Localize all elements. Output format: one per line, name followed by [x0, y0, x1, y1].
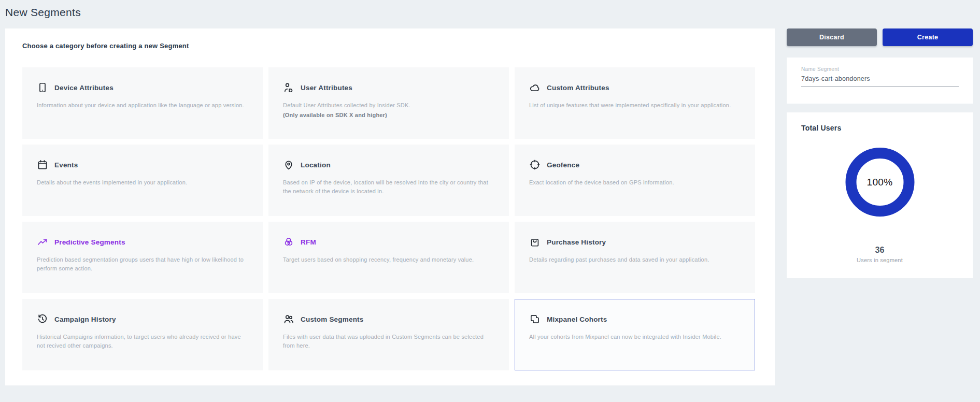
total-users-title: Total Users: [801, 124, 841, 132]
category-card-header: Location: [283, 159, 493, 171]
category-card-header: Device Attributes: [37, 81, 247, 94]
users-in-segment-caption: Users in segment: [787, 257, 973, 263]
category-description: Exact location of the device based on GP…: [529, 178, 739, 187]
category-title: Custom Attributes: [547, 84, 609, 92]
category-card-campaign-history[interactable]: Campaign History Historical Campaigns in…: [22, 299, 263, 370]
category-description-note: (Only available on SDK X and higher): [283, 111, 493, 120]
category-card-header: Purchase History: [529, 236, 739, 248]
category-title: RFM: [301, 238, 316, 246]
category-panel: Choose a category before creating a new …: [5, 28, 775, 385]
total-users-donut: 100%: [845, 148, 914, 217]
users-in-segment-count: 36: [787, 246, 973, 255]
category-description: Default User Attributes collected by Ins…: [283, 101, 493, 120]
category-title: Device Attributes: [54, 84, 113, 92]
calendar-icon: [37, 159, 48, 170]
category-title: Custom Segments: [301, 315, 364, 323]
category-card-header: Campaign History: [37, 313, 247, 325]
category-card-header: Predictive Segments: [37, 236, 247, 248]
category-description: Prediction based segmentation groups use…: [37, 255, 247, 273]
category-card-header: Custom Segments: [283, 313, 493, 325]
category-description: All your cohorts from Mixpanel can now b…: [529, 333, 739, 341]
page-title: New Segments: [5, 6, 81, 19]
category-card-custom-segments[interactable]: Custom Segments Files with user data tha…: [268, 299, 509, 370]
category-title: Location: [301, 161, 331, 169]
category-card-rfm[interactable]: RFM Target users based on shopping recen…: [268, 222, 509, 293]
category-description: List of unique features that were implem…: [529, 101, 739, 110]
map-pin-icon: [283, 159, 294, 170]
create-button[interactable]: Create: [883, 28, 973, 46]
transfer-icon: [529, 313, 541, 325]
venn-icon: [283, 236, 294, 248]
users-icon: [283, 313, 294, 325]
name-segment-card: Name Segment: [787, 58, 973, 104]
category-title: Purchase History: [547, 238, 606, 246]
discard-button[interactable]: Discard: [787, 28, 877, 46]
category-card-location[interactable]: Location Based on IP of the device, loca…: [268, 145, 509, 216]
category-card-header: User Attributes: [283, 81, 493, 94]
category-card-device-attributes[interactable]: Device Attributes Information about your…: [22, 67, 263, 139]
category-title: Mixpanel Cohorts: [547, 315, 607, 323]
category-title: Campaign History: [54, 315, 116, 323]
category-card-header: Mixpanel Cohorts: [529, 313, 739, 325]
segment-actions: Discard Create: [787, 28, 973, 46]
user-badge-icon: [283, 82, 294, 93]
shopping-bag-icon: [529, 236, 541, 248]
history-icon: [37, 313, 48, 325]
category-title: User Attributes: [301, 84, 352, 92]
category-panel-subtitle: Choose a category before creating a new …: [22, 42, 189, 50]
category-card-events[interactable]: Events Details about the events implemen…: [22, 145, 263, 216]
total-users-card: Total Users 100% 36 Users in segment: [787, 112, 973, 278]
category-description: Based on IP of the device, location will…: [283, 178, 493, 196]
category-card-header: Events: [37, 159, 247, 171]
category-card-custom-attributes[interactable]: Custom Attributes List of unique feature…: [515, 67, 755, 139]
category-title: Events: [54, 161, 78, 169]
device-icon: [37, 82, 48, 93]
category-description: Target users based on shopping recency, …: [283, 255, 493, 264]
geofence-icon: [529, 159, 541, 170]
category-description: Historical Campaigns information, to tar…: [37, 333, 247, 350]
category-card-header: Geofence: [529, 159, 739, 171]
category-description: Files with user data that was uploaded i…: [283, 333, 493, 350]
trend-up-icon: [37, 236, 48, 248]
category-title: Predictive Segments: [54, 238, 125, 246]
category-description: Details about the events implemented in …: [37, 178, 247, 187]
category-card-header: RFM: [283, 236, 493, 248]
category-card-mixpanel-cohorts[interactable]: Mixpanel Cohorts All your cohorts from M…: [515, 299, 755, 370]
category-description: Information about your device and applic…: [37, 101, 247, 110]
name-segment-label: Name Segment: [801, 66, 958, 72]
cloud-icon: [529, 82, 541, 93]
total-users-percent: 100%: [867, 177, 893, 188]
name-segment-input[interactable]: [801, 75, 959, 87]
category-description: Details regarding past purchases and dat…: [529, 255, 739, 264]
category-title: Geofence: [547, 161, 579, 169]
category-card-header: Custom Attributes: [529, 81, 739, 94]
category-card-user-attributes[interactable]: User Attributes Default User Attributes …: [268, 67, 509, 139]
category-grid: Device Attributes Information about your…: [22, 67, 755, 370]
category-card-predictive-segments[interactable]: Predictive Segments Prediction based seg…: [22, 222, 263, 293]
category-card-geofence[interactable]: Geofence Exact location of the device ba…: [515, 145, 755, 216]
category-card-purchase-history[interactable]: Purchase History Details regarding past …: [515, 222, 755, 293]
